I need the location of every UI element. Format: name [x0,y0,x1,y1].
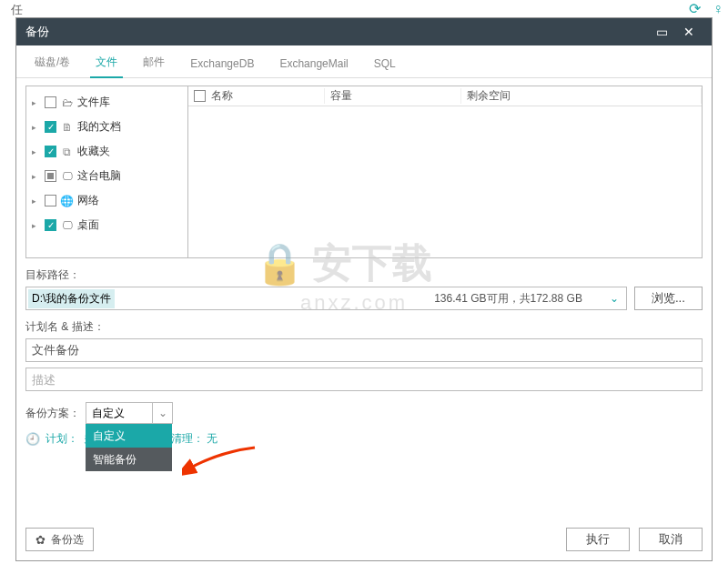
tree-label: 文件库 [77,95,110,110]
checkbox[interactable] [45,170,56,182]
select-all-checkbox[interactable] [194,90,206,102]
backup-dialog: 备份 ▭ ✕ 磁盘/卷 文件 邮件 ExchangeDB ExchangeMai… [15,17,713,561]
maximize-button[interactable]: ▭ [648,25,675,39]
computer-icon: 🖵 [60,170,74,183]
expand-icon[interactable]: ▸ [32,172,41,181]
checkbox[interactable] [45,195,56,206]
tree-item-filelib[interactable]: ▸ 🗁 文件库 [28,90,186,115]
tab-disk[interactable]: 磁盘/卷 [22,47,83,77]
clock-icon: 🕘 [25,432,40,446]
tree-label: 收藏夹 [77,144,110,159]
tree-label: 桌面 [77,217,99,233]
close-button[interactable]: ✕ [675,25,703,39]
folder-icon: 🗁 [60,96,74,109]
tree-item-network[interactable]: ▸ 🌐 网络 [28,188,186,213]
tab-file[interactable]: 文件 [83,47,130,77]
tree-label: 我的文档 [77,119,121,135]
file-table: 名称 容量 剩余空间 [188,86,702,257]
network-icon: 🌐 [60,195,74,207]
checkbox[interactable]: ✓ [45,219,56,231]
document-icon: 🗎 [60,121,74,134]
footer: ✿ 备份选 执行 取消 [25,528,703,551]
expand-icon[interactable]: ▸ [32,123,41,132]
tab-exchangemail[interactable]: ExchangeMail [267,50,360,77]
scheme-select[interactable]: 自定义 ⌄ 自定义 智能备份 [86,402,173,424]
checkbox[interactable]: ✓ [45,146,56,157]
scheme-selected: 自定义 [86,403,152,423]
desktop-icon: 🖵 [60,219,74,232]
chevron-down-icon[interactable]: ⌄ [610,292,619,305]
expand-icon[interactable]: ▸ [32,98,41,107]
execute-button[interactable]: 执行 [566,528,630,551]
tab-mail[interactable]: 邮件 [130,47,177,77]
backup-options-button[interactable]: ✿ 备份选 [25,528,94,551]
tree-item-computer[interactable]: ▸ 🖵 这台电脑 [28,164,186,188]
plan-desc-label: 计划名 & 描述： [25,319,703,335]
tree-label: 网络 [77,193,99,208]
description-input[interactable] [25,368,703,391]
target-path-input[interactable]: D:\我的备份文件 136.41 GB可用，共172.88 GB⌄ [25,287,627,310]
expand-icon[interactable]: ▸ [32,147,41,156]
dropdown-option-smart[interactable]: 智能备份 [86,448,172,471]
source-tree: ▸ 🗁 文件库 ▸ ✓ 🗎 我的文档 ▸ ✓ ⧉ 收藏夹 [26,86,188,257]
col-free[interactable]: 剩余空间 [461,88,702,104]
cancel-button[interactable]: 取消 [639,528,703,551]
browse-button[interactable]: 浏览... [634,287,703,310]
favorites-icon: ⧉ [60,146,74,158]
plan-name-input[interactable] [25,338,703,362]
tab-exchangedb[interactable]: ExchangeDB [177,50,267,77]
background-text: 任 [11,2,23,18]
plan-key[interactable]: 计划： [46,431,78,447]
tree-label: 这台电脑 [77,168,121,184]
tree-item-desktop[interactable]: ▸ ✓ 🖵 桌面 [28,213,186,237]
chevron-down-icon[interactable]: ⌄ [152,403,172,423]
gear-icon: ✿ [35,533,46,547]
tab-sql[interactable]: SQL [361,50,409,77]
path-info: 136.41 GB可用，共172.88 GB [434,292,582,305]
scheme-label: 备份方案： [25,406,80,421]
scheme-dropdown: 自定义 智能备份 [86,424,172,471]
tree-item-documents[interactable]: ▸ ✓ 🗎 我的文档 [28,115,186,139]
path-value: D:\我的备份文件 [28,289,115,308]
expand-icon[interactable]: ▸ [32,221,41,230]
checkbox[interactable] [45,96,56,108]
titlebar-title: 备份 [25,24,648,40]
split-pane: ▸ 🗁 文件库 ▸ ✓ 🗎 我的文档 ▸ ✓ ⧉ 收藏夹 [25,86,703,258]
table-header: 名称 容量 剩余空间 [188,86,702,106]
cleanup-value: 无 [207,432,217,445]
target-label: 目标路径： [25,267,703,283]
col-capacity[interactable]: 容量 [325,88,461,104]
tab-bar: 磁盘/卷 文件 邮件 ExchangeDB ExchangeMail SQL [16,45,712,78]
tree-item-favorites[interactable]: ▸ ✓ ⧉ 收藏夹 [28,139,186,164]
dropdown-option-custom[interactable]: 自定义 [86,424,172,448]
col-name[interactable]: 名称 [188,88,325,104]
checkbox[interactable]: ✓ [45,121,56,133]
content: ▸ 🗁 文件库 ▸ ✓ 🗎 我的文档 ▸ ✓ ⧉ 收藏夹 [16,78,712,454]
titlebar: 备份 ▭ ✕ [16,18,712,45]
expand-icon[interactable]: ▸ [32,196,41,206]
